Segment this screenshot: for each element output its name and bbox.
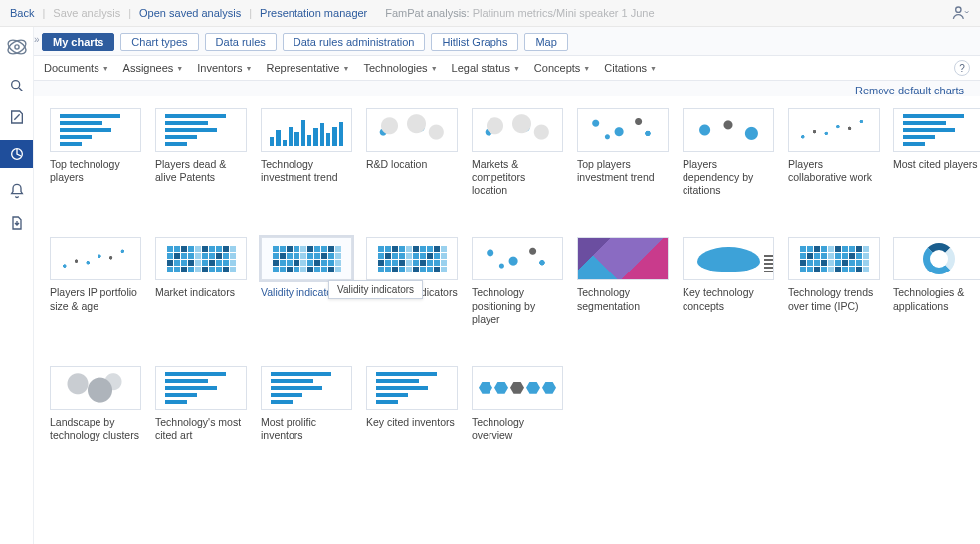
chart-card[interactable]: Players dependency by citations <box>683 108 774 197</box>
chevron-down-icon: ▼ <box>650 65 657 72</box>
export-icon[interactable] <box>8 214 26 232</box>
user-menu-icon[interactable] <box>950 3 970 23</box>
filter-legal-status[interactable]: Legal status ▼ <box>452 62 520 74</box>
main-content: » My chartsChart typesData rulesData rul… <box>34 27 980 544</box>
chart-thumbnail <box>577 237 669 280</box>
chart-thumbnail <box>261 108 352 152</box>
chart-thumbnail <box>155 366 247 410</box>
chart-label: Top players investment trend <box>577 158 669 184</box>
tab-hitlist-graphs[interactable]: Hitlist Graphs <box>431 33 518 51</box>
chart-label: Technologies & applications <box>893 286 980 312</box>
sidebar <box>0 27 34 544</box>
chart-thumbnail <box>577 108 669 152</box>
chart-card[interactable]: Key cited inventors <box>366 366 458 429</box>
chart-thumbnail <box>261 366 352 410</box>
open-saved-link[interactable]: Open saved analysis <box>139 7 241 19</box>
filter-inventors[interactable]: Inventors ▼ <box>197 62 252 74</box>
chevron-down-icon: ▼ <box>102 65 109 72</box>
remove-default-charts-link[interactable]: Remove default charts <box>855 85 964 96</box>
chart-label: R&D location <box>366 158 458 171</box>
tab-row: My chartsChart typesData rulesData rules… <box>34 27 980 56</box>
chart-label: Key cited inventors <box>366 416 458 429</box>
chart-label: Technology segmentation <box>577 286 669 312</box>
chevron-down-icon: ▼ <box>431 65 438 72</box>
chart-thumbnail <box>472 108 563 152</box>
chart-thumbnail <box>50 366 141 410</box>
search-icon[interactable] <box>8 77 26 94</box>
filter-technologies[interactable]: Technologies ▼ <box>363 62 437 74</box>
svg-point-4 <box>11 81 19 89</box>
filter-representative[interactable]: Representative ▼ <box>266 62 349 74</box>
tab-data-rules-administration[interactable]: Data rules administration <box>283 33 426 51</box>
collapse-sidebar-icon[interactable]: » <box>34 34 44 44</box>
chart-card[interactable]: Top players investment trend <box>577 108 669 184</box>
chevron-down-icon: ▼ <box>342 65 349 72</box>
svg-point-0 <box>956 7 961 12</box>
chart-label: Most cited players <box>893 158 980 171</box>
chart-card[interactable]: Top technology players <box>50 108 141 184</box>
tab-data-rules[interactable]: Data rules <box>205 33 277 51</box>
presentation-manager-link[interactable]: Presentation manager <box>260 7 367 19</box>
chart-thumbnail <box>472 366 563 410</box>
chart-card[interactable]: Technology trends over time (IPC) <box>788 237 880 312</box>
svg-point-2 <box>5 37 28 56</box>
analysis-icon[interactable] <box>0 140 33 168</box>
chart-card[interactable]: R&D location <box>366 108 458 171</box>
chart-thumbnail <box>50 108 141 152</box>
chart-label: Technology overview <box>472 416 563 442</box>
chart-thumbnail <box>366 108 458 152</box>
chart-thumbnail <box>683 108 774 152</box>
edit-icon[interactable] <box>8 108 26 126</box>
app-logo-icon <box>3 33 31 61</box>
chart-card[interactable]: Market indicators <box>155 237 247 299</box>
chart-thumbnail <box>788 237 880 280</box>
filter-concepts[interactable]: Concepts ▼ <box>534 62 590 74</box>
chart-card[interactable]: Technology investment trend <box>261 108 352 184</box>
chart-label: Technology trends over time (IPC) <box>788 286 880 312</box>
alerts-icon[interactable] <box>8 182 26 200</box>
filter-assignees[interactable]: Assignees ▼ <box>123 62 184 74</box>
chart-thumbnail <box>366 237 458 280</box>
chart-thumbnail <box>155 108 247 152</box>
chart-card[interactable]: Landscape by technology clusters <box>50 366 141 442</box>
chart-card[interactable]: Most cited players <box>893 108 980 171</box>
chart-card[interactable]: Markets & competitors location <box>472 108 563 197</box>
chart-label: Technology positioning by player <box>472 286 563 325</box>
save-analysis-link: Save analysis <box>53 7 120 19</box>
back-link[interactable]: Back <box>10 7 34 19</box>
chart-label: Technology investment trend <box>261 158 352 184</box>
chevron-down-icon: ▼ <box>246 65 253 72</box>
chart-thumbnail <box>893 108 980 152</box>
filter-documents[interactable]: Documents ▼ <box>44 62 109 74</box>
chart-card[interactable]: Technology positioning by player <box>472 237 563 325</box>
chart-card[interactable]: Technologies & applications <box>893 237 980 312</box>
chart-thumbnail <box>50 237 141 280</box>
chart-card[interactable]: Players dead & alive Patents <box>155 108 247 184</box>
chart-gallery: Top technology playersPlayers dead & ali… <box>34 96 980 544</box>
chart-label: Players collaborative work <box>788 158 880 184</box>
tab-map[interactable]: Map <box>524 33 567 51</box>
chart-card[interactable]: Players collaborative work <box>788 108 880 184</box>
filter-row: Documents ▼Assignees ▼Inventors ▼Represe… <box>34 56 980 81</box>
chart-card[interactable]: Key technology concepts <box>683 237 774 312</box>
tab-my-charts[interactable]: My charts <box>42 33 114 51</box>
chart-label: Top technology players <box>50 158 141 184</box>
chart-thumbnail <box>472 237 563 280</box>
tab-chart-types[interactable]: Chart types <box>120 33 198 51</box>
chevron-down-icon: ▼ <box>513 65 520 72</box>
chart-label: Players dependency by citations <box>683 158 774 197</box>
chevron-down-icon: ▼ <box>176 65 183 72</box>
help-icon[interactable]: ? <box>954 60 970 76</box>
chart-card[interactable]: Technology segmentation <box>577 237 669 312</box>
chevron-down-icon: ▼ <box>583 65 590 72</box>
chart-card[interactable]: Most prolific inventors <box>261 366 352 442</box>
chart-label: Most prolific inventors <box>261 416 352 442</box>
tooltip: Validity indicators <box>328 280 423 299</box>
chart-thumbnail <box>261 237 352 280</box>
chart-card[interactable]: Players IP portfolio size & age <box>50 237 141 312</box>
chart-card[interactable]: Technology's most cited art <box>155 366 247 442</box>
chart-thumbnail <box>155 237 247 280</box>
chart-card[interactable]: Technology overview <box>472 366 563 442</box>
chart-label: Landscape by technology clusters <box>50 416 141 442</box>
filter-citations[interactable]: Citations ▼ <box>604 62 657 74</box>
